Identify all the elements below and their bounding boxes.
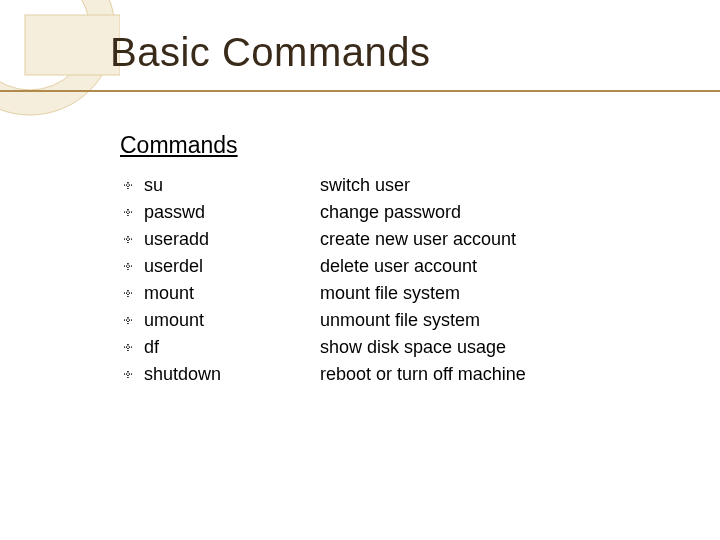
svg-point-1: [0, 0, 90, 90]
command-name: userdel: [144, 256, 320, 277]
title-underline: [0, 90, 720, 92]
command-list: ༓ su switch user ༓ passwd change passwor…: [124, 175, 624, 391]
command-desc: unmount file system: [320, 310, 624, 331]
command-desc: delete user account: [320, 256, 624, 277]
list-item: ༓ useradd create new user account: [124, 229, 624, 256]
bullet-icon: ༓: [124, 285, 144, 303]
command-desc: switch user: [320, 175, 624, 196]
bullet-icon: ༓: [124, 204, 144, 222]
slide-title: Basic Commands: [110, 30, 430, 75]
command-name: mount: [144, 283, 320, 304]
command-desc: change password: [320, 202, 624, 223]
command-name: df: [144, 337, 320, 358]
bullet-icon: ༓: [124, 231, 144, 249]
list-item: ༓ df show disk space usage: [124, 337, 624, 364]
svg-rect-2: [25, 15, 120, 75]
list-item: ༓ passwd change password: [124, 202, 624, 229]
command-name: umount: [144, 310, 320, 331]
list-item: ༓ mount mount file system: [124, 283, 624, 310]
command-desc: mount file system: [320, 283, 624, 304]
bullet-icon: ༓: [124, 258, 144, 276]
bullet-icon: ༓: [124, 177, 144, 195]
list-item: ༓ userdel delete user account: [124, 256, 624, 283]
command-name: useradd: [144, 229, 320, 250]
bullet-icon: ༓: [124, 366, 144, 384]
command-name: su: [144, 175, 320, 196]
list-item: ༓ shutdown reboot or turn off machine: [124, 364, 624, 391]
bullet-icon: ༓: [124, 339, 144, 357]
command-desc: reboot or turn off machine: [320, 364, 624, 385]
command-desc: show disk space usage: [320, 337, 624, 358]
command-name: passwd: [144, 202, 320, 223]
bullet-icon: ༓: [124, 312, 144, 330]
list-item: ༓ umount unmount file system: [124, 310, 624, 337]
corner-decoration: [0, 0, 120, 120]
svg-point-0: [0, 0, 115, 115]
command-name: shutdown: [144, 364, 320, 385]
list-item: ༓ su switch user: [124, 175, 624, 202]
section-subtitle: Commands: [120, 132, 238, 159]
command-desc: create new user account: [320, 229, 624, 250]
